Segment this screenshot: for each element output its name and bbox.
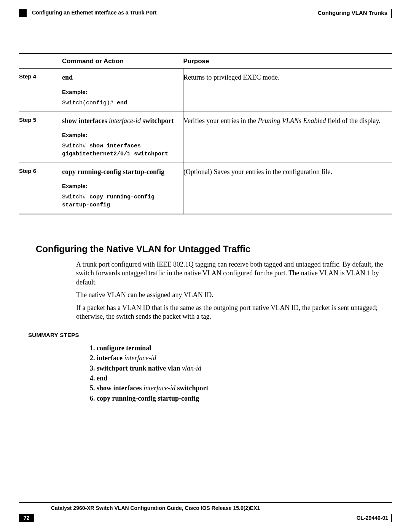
page-header: Configuring an Ethernet Interface as a T… (19, 9, 392, 17)
list-item: show interfaces interface-id switchport (97, 383, 392, 393)
example-code: Switch# show interfaces gigabitethernet2… (62, 142, 176, 158)
step-label: Step 4 (19, 69, 62, 112)
purpose-cell: (Optional) Saves your entries in the con… (183, 163, 392, 214)
th-command: Command or Action (62, 54, 183, 69)
header-chapter: Configuring VLAN Trunks (318, 10, 392, 17)
summary-steps-label: SUMMARY STEPS (28, 332, 392, 339)
command-cell: copy running-config startup-configExampl… (62, 163, 183, 214)
table-row: Step 5show interfaces interface-id switc… (19, 112, 392, 163)
body-paragraph: The native VLAN can be assigned any VLAN… (76, 291, 390, 299)
th-step (19, 54, 62, 69)
page-footer: Catalyst 2960-XR Switch VLAN Configurati… (19, 502, 392, 522)
command-cell: endExample:Switch(config)# end (62, 69, 183, 112)
example-label: Example: (62, 89, 176, 96)
th-purpose: Purpose (183, 54, 392, 69)
example-code: Switch(config)# end (62, 99, 176, 107)
command-cell: show interfaces interface-id switchportE… (62, 112, 183, 163)
list-item: interface interface-id (97, 353, 392, 363)
purpose-cell: Returns to privileged EXEC mode. (183, 69, 392, 112)
body-paragraph: If a packet has a VLAN ID that is the sa… (76, 304, 390, 321)
list-item: configure terminal (97, 343, 392, 353)
list-item: copy running-config startup-config (97, 394, 392, 403)
list-item: switchport trunk native vlan vlan-id (97, 364, 392, 373)
step-label: Step 5 (19, 112, 62, 163)
section-body: A trunk port configured with IEEE 802.1Q… (76, 260, 390, 321)
example-label: Example: (62, 132, 176, 139)
table-row: Step 6copy running-config startup-config… (19, 163, 392, 214)
summary-steps-list: configure terminalinterface interface-id… (88, 343, 392, 403)
header-subsection: Configuring an Ethernet Interface as a T… (32, 10, 157, 16)
header-marker-icon (19, 9, 27, 17)
example-code: Switch# copy running-config startup-conf… (62, 193, 176, 209)
command-table: Command or Action Purpose Step 4endExamp… (19, 53, 392, 214)
body-paragraph: A trunk port configured with IEEE 802.1Q… (76, 260, 390, 287)
purpose-cell: Verifies your entries in the Pruning VLA… (183, 112, 392, 163)
table-row: Step 4endExample:Switch(config)# endRetu… (19, 69, 392, 112)
footer-page-number: 72 (19, 514, 34, 522)
list-item: end (97, 374, 392, 383)
footer-guide-title: Catalyst 2960-XR Switch VLAN Configurati… (51, 505, 392, 512)
section-heading: Configuring the Native VLAN for Untagged… (36, 243, 392, 255)
footer-doc-number: OL-29440-01 (357, 515, 392, 522)
example-label: Example: (62, 183, 176, 190)
step-label: Step 6 (19, 163, 62, 214)
